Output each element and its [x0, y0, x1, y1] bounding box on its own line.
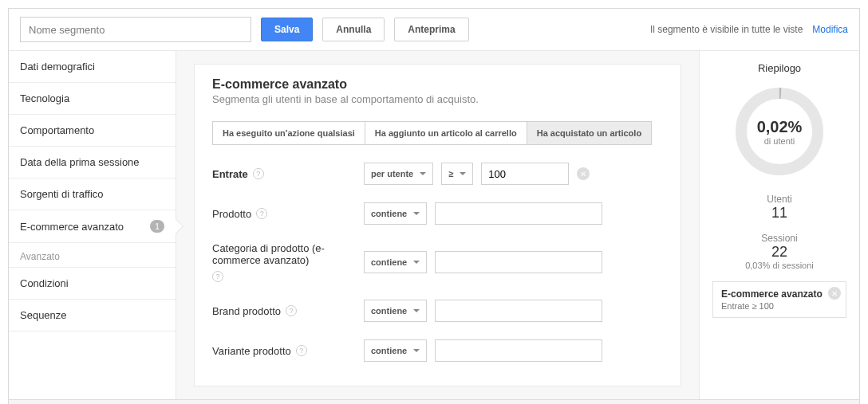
sidebar-item-enhanced-ecommerce[interactable]: E-commerce avanzato 1	[9, 210, 176, 243]
tab-any-action[interactable]: Ha eseguito un'azione qualsiasi	[212, 121, 365, 145]
revenue-op-select[interactable]: ≥	[441, 163, 473, 185]
summary-title: Riepilogo	[712, 62, 846, 74]
stat-sessions: Sessioni 22 0,03% di sessioni	[712, 233, 846, 270]
summary-panel: Riepilogo 0,02% di utenti Utenti 11	[700, 51, 859, 399]
label-revenue: Entrate ?	[212, 168, 356, 180]
remove-revenue-filter[interactable]: ✕	[577, 167, 590, 180]
chevron-down-icon	[413, 261, 420, 264]
brand-op-select[interactable]: contiene	[364, 300, 427, 322]
main: E-commerce avanzato Segmenta gli utenti …	[176, 51, 700, 399]
sidebar-advanced-header: Avanzato	[9, 243, 176, 268]
revenue-value-input[interactable]	[481, 163, 569, 185]
row-variant: Variante prodotto ? contiene	[212, 339, 663, 362]
product-op-select[interactable]: contiene	[364, 202, 427, 225]
tab-added-to-cart[interactable]: Ha aggiunto un articolo al carrello	[365, 121, 527, 145]
cancel-button[interactable]: Annulla	[322, 18, 385, 41]
row-brand: Brand prodotto ? contiene	[212, 300, 663, 322]
label-category: Categoria di prodotto (e-commerce avanza…	[212, 242, 356, 282]
label-brand: Brand prodotto ?	[212, 305, 356, 317]
category-value-input[interactable]	[435, 251, 602, 273]
topbar: Salva Annulla Anteprima Il segmento è vi…	[9, 9, 859, 51]
save-button[interactable]: Salva	[261, 18, 313, 41]
chevron-down-icon	[413, 309, 420, 312]
help-icon[interactable]: ?	[256, 208, 267, 219]
chevron-down-icon	[420, 172, 426, 175]
revenue-scope-select[interactable]: per utente	[364, 163, 433, 185]
sidebar-item-demographics[interactable]: Dati demografici	[9, 51, 176, 83]
sidebar: Dati demografici Tecnologia Comportament…	[9, 51, 176, 399]
variant-value-input[interactable]	[435, 339, 602, 362]
remove-filter-icon[interactable]: ✕	[828, 287, 841, 300]
preview-button[interactable]: Anteprima	[394, 18, 468, 41]
chevron-down-icon	[460, 172, 466, 175]
donut-sub: di utenti	[764, 136, 795, 146]
sidebar-item-behavior[interactable]: Comportamento	[9, 115, 176, 147]
variant-op-select[interactable]: contiene	[364, 339, 427, 362]
row-revenue: Entrate ? per utente ≥ ✕	[212, 163, 663, 185]
config-panel: E-commerce avanzato Segmenta gli utenti …	[194, 64, 681, 386]
chevron-down-icon	[413, 349, 420, 352]
segment-builder: Salva Annulla Anteprima Il segmento è vi…	[8, 8, 860, 404]
product-value-input[interactable]	[435, 202, 602, 225]
sidebar-item-technology[interactable]: Tecnologia	[9, 83, 176, 115]
tab-purchased[interactable]: Ha acquistato un articolo	[527, 121, 652, 145]
help-icon[interactable]: ?	[253, 168, 264, 179]
brand-value-input[interactable]	[435, 300, 602, 322]
panel-subtitle: Segmenta gli utenti in base al comportam…	[212, 93, 663, 105]
segment-name-input[interactable]	[20, 17, 251, 42]
action-tabs: Ha eseguito un'azione qualsiasi Ha aggiu…	[212, 121, 663, 145]
help-icon[interactable]: ?	[286, 305, 297, 316]
chevron-down-icon	[413, 212, 420, 215]
label-variant: Variante prodotto ?	[212, 345, 356, 357]
category-op-select[interactable]: contiene	[364, 251, 427, 273]
visibility-text: Il segmento è visibile in tutte le viste	[650, 24, 803, 35]
donut-percent: 0,02%	[757, 118, 803, 136]
help-icon[interactable]: ?	[212, 271, 223, 282]
stat-users: Utenti 11	[712, 194, 846, 222]
change-visibility-link[interactable]: Modifica	[812, 24, 848, 35]
sidebar-item-first-session-date[interactable]: Data della prima sessione	[9, 147, 176, 178]
row-category: Categoria di prodotto (e-commerce avanza…	[212, 242, 663, 282]
body: Dati demografici Tecnologia Comportament…	[9, 51, 859, 399]
sidebar-item-conditions[interactable]: Condizioni	[9, 268, 176, 300]
sidebar-item-sequences[interactable]: Sequenze	[9, 300, 176, 331]
help-icon[interactable]: ?	[296, 345, 307, 356]
row-product: Prodotto ? contiene	[212, 202, 663, 225]
horizontal-scrollbar[interactable]	[9, 399, 859, 404]
label-product: Prodotto ?	[212, 208, 356, 220]
applied-filter: ✕ E-commerce avanzato Entrate ≥ 100	[712, 281, 846, 318]
donut-chart: 0,02% di utenti	[732, 84, 827, 179]
sidebar-item-traffic-sources[interactable]: Sorgenti di traffico	[9, 178, 176, 210]
sidebar-badge: 1	[150, 220, 164, 233]
panel-title: E-commerce avanzato	[212, 77, 663, 92]
